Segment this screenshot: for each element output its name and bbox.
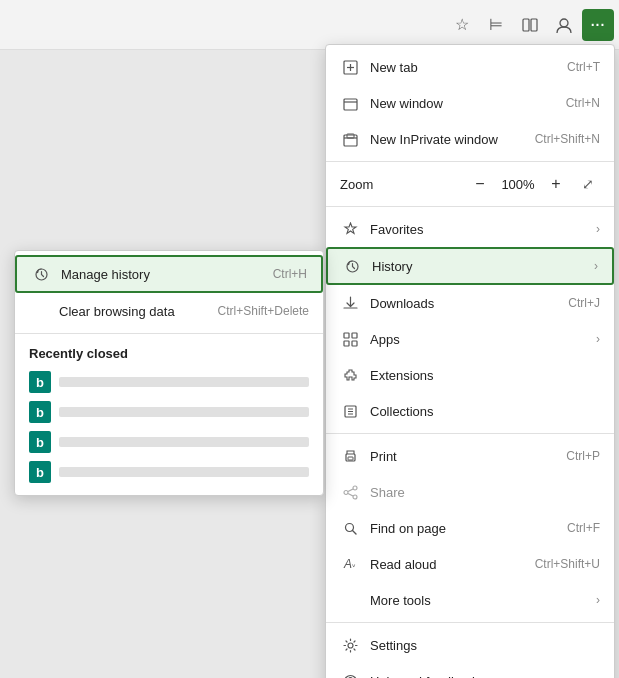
menu-item-print[interactable]: Print Ctrl+P	[326, 438, 614, 474]
svg-point-23	[344, 490, 348, 494]
favorites-toolbar-icon[interactable]: ☆	[446, 9, 478, 41]
list-item[interactable]: b	[29, 427, 309, 457]
menu-item-inprivate[interactable]: New InPrivate window Ctrl+Shift+N	[326, 121, 614, 157]
extensions-label: Extensions	[370, 368, 600, 383]
divider-1	[326, 161, 614, 162]
help-feedback-label: Help and feedback	[370, 674, 592, 679]
svg-point-22	[353, 486, 357, 490]
divider-2	[326, 206, 614, 207]
menu-item-help-feedback[interactable]: Help and feedback ›	[326, 663, 614, 678]
new-window-label: New window	[370, 96, 558, 111]
print-label: Print	[370, 449, 558, 464]
share-label: Share	[370, 485, 600, 500]
zoom-decrease-button[interactable]: −	[468, 172, 492, 196]
submenu-manage-history[interactable]: Manage history Ctrl+H	[15, 255, 323, 293]
svg-rect-21	[348, 457, 353, 460]
svg-point-24	[353, 495, 357, 499]
favorites-icon	[340, 219, 360, 239]
more-tools-icon	[340, 590, 360, 610]
recently-closed-title: Recently closed	[29, 346, 309, 361]
list-item[interactable]: b	[29, 397, 309, 427]
menu-item-history[interactable]: History ›	[326, 247, 614, 285]
apps-arrow: ›	[596, 332, 600, 346]
svg-rect-1	[531, 19, 537, 31]
clear-browsing-shortcut: Ctrl+Shift+Delete	[218, 304, 309, 318]
svg-rect-15	[352, 341, 357, 346]
downloads-shortcut: Ctrl+J	[568, 296, 600, 310]
read-aloud-label: Read aloud	[370, 557, 527, 572]
recently-closed-bar-1	[59, 377, 309, 387]
profile-toolbar-icon[interactable]	[548, 9, 580, 41]
new-window-icon	[340, 93, 360, 113]
menu-item-more-tools[interactable]: More tools ›	[326, 582, 614, 618]
collections-label: Collections	[370, 404, 600, 419]
extensions-icon	[340, 365, 360, 385]
share-icon	[340, 482, 360, 502]
history-icon	[342, 256, 362, 276]
zoom-increase-button[interactable]: +	[544, 172, 568, 196]
divider-4	[326, 622, 614, 623]
zoom-fullscreen-button[interactable]: ⤢	[576, 172, 600, 196]
zoom-row: Zoom − 100% + ⤢	[326, 166, 614, 202]
menu-item-collections[interactable]: Collections	[326, 393, 614, 429]
bing-favicon-3: b	[29, 431, 51, 453]
apps-icon	[340, 329, 360, 349]
more-tools-label: More tools	[370, 593, 592, 608]
clear-browsing-label: Clear browsing data	[59, 304, 210, 319]
menu-item-new-window[interactable]: New window Ctrl+N	[326, 85, 614, 121]
read-aloud-shortcut: Ctrl+Shift+U	[535, 557, 600, 571]
settings-icon	[340, 635, 360, 655]
menu-item-settings[interactable]: Settings	[326, 627, 614, 663]
menu-item-read-aloud[interactable]: Aᵥ Read aloud Ctrl+Shift+U	[326, 546, 614, 582]
new-tab-icon	[340, 57, 360, 77]
svg-point-2	[560, 19, 568, 27]
favorites-label: Favorites	[370, 222, 592, 237]
recently-closed-section: Recently closed b b b b	[15, 338, 323, 491]
favorites-arrow: ›	[596, 222, 600, 236]
menu-item-apps[interactable]: Apps ›	[326, 321, 614, 357]
reading-list-toolbar-icon[interactable]: ⊨	[480, 9, 512, 41]
menu-item-downloads[interactable]: Downloads Ctrl+J	[326, 285, 614, 321]
recently-closed-bar-4	[59, 467, 309, 477]
new-window-shortcut: Ctrl+N	[566, 96, 600, 110]
recently-closed-bar-3	[59, 437, 309, 447]
submenu-clear-browsing[interactable]: Clear browsing data Ctrl+Shift+Delete	[15, 293, 323, 329]
menu-item-extensions[interactable]: Extensions	[326, 357, 614, 393]
inprivate-label: New InPrivate window	[370, 132, 527, 147]
downloads-label: Downloads	[370, 296, 560, 311]
divider-3	[326, 433, 614, 434]
svg-rect-14	[344, 341, 349, 346]
svg-line-26	[348, 493, 353, 496]
clear-browsing-icon	[29, 301, 49, 321]
svg-rect-8	[344, 135, 357, 146]
main-menu: New tab Ctrl+T New window Ctrl+N New InP…	[325, 44, 615, 678]
apps-label: Apps	[370, 332, 592, 347]
bing-favicon-1: b	[29, 371, 51, 393]
menu-item-favorites[interactable]: Favorites ›	[326, 211, 614, 247]
collections-icon	[340, 401, 360, 421]
zoom-value: 100%	[500, 177, 536, 192]
list-item[interactable]: b	[29, 367, 309, 397]
bing-favicon-2: b	[29, 401, 51, 423]
manage-history-icon	[31, 264, 51, 284]
menu-item-share[interactable]: Share	[326, 474, 614, 510]
print-shortcut: Ctrl+P	[566, 449, 600, 463]
bing-favicon-4: b	[29, 461, 51, 483]
manage-history-shortcut: Ctrl+H	[273, 267, 307, 281]
inprivate-icon	[340, 129, 360, 149]
zoom-label: Zoom	[340, 177, 468, 192]
help-feedback-arrow: ›	[596, 674, 600, 678]
list-item[interactable]: b	[29, 457, 309, 487]
svg-rect-0	[523, 19, 529, 31]
svg-line-25	[348, 489, 353, 492]
new-tab-shortcut: Ctrl+T	[567, 60, 600, 74]
svg-rect-12	[344, 333, 349, 338]
split-screen-toolbar-icon[interactable]	[514, 9, 546, 41]
menu-item-new-tab[interactable]: New tab Ctrl+T	[326, 49, 614, 85]
manage-history-label: Manage history	[61, 267, 265, 282]
print-icon	[340, 446, 360, 466]
menu-item-find-on-page[interactable]: Find on page Ctrl+F	[326, 510, 614, 546]
more-settings-toolbar-icon[interactable]: ···	[582, 9, 614, 41]
downloads-icon	[340, 293, 360, 313]
more-tools-arrow: ›	[596, 593, 600, 607]
